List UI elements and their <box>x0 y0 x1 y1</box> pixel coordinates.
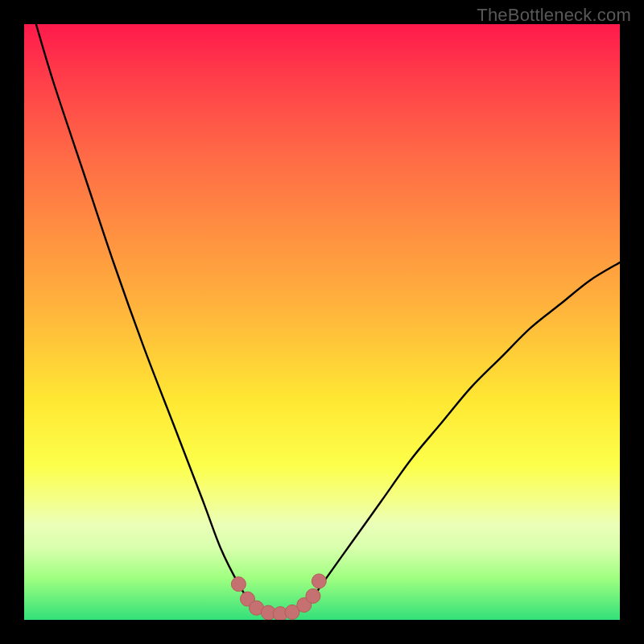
plot-area <box>24 24 620 620</box>
bottleneck-curve <box>36 24 620 614</box>
attribution-text: TheBottleneck.com <box>477 5 631 26</box>
optimal-range-markers <box>231 574 326 620</box>
marker-dot <box>231 577 246 592</box>
marker-dot <box>306 588 320 603</box>
curve-layer <box>24 24 620 620</box>
chart-container: TheBottleneck.com <box>0 0 644 644</box>
marker-dot <box>312 574 326 588</box>
